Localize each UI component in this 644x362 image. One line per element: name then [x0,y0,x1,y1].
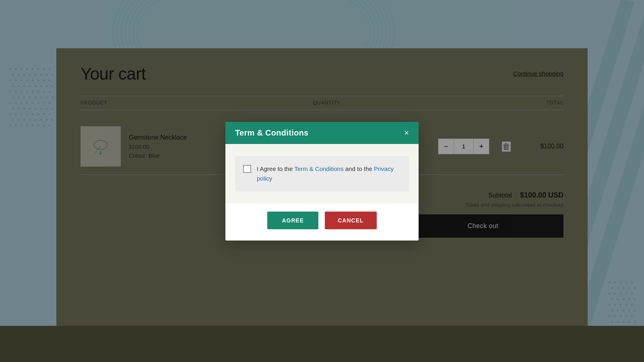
agree-checkbox[interactable] [243,165,251,173]
agree-text: I Agree to the Term & Conditions and to … [257,164,401,183]
agree-prefix: I Agree to the [257,165,294,172]
modal-title: Term & Conditions [235,128,309,138]
terms-modal: Term & Conditions × I Agree to the Term … [225,122,419,241]
modal-overlay[interactable]: Term & Conditions × I Agree to the Term … [0,0,644,362]
modal-header: Term & Conditions × [225,122,419,144]
agree-row: I Agree to the Term & Conditions and to … [235,156,409,191]
modal-body: I Agree to the Term & Conditions and to … [225,144,419,204]
cancel-button[interactable]: CANCEL [325,212,376,229]
modal-close-button[interactable]: × [404,129,409,137]
and-text: and to the [345,165,374,172]
agree-button[interactable]: AGREE [267,212,318,229]
terms-link[interactable]: Term & Conditions [294,165,345,172]
modal-footer: AGREE CANCEL [225,204,419,241]
